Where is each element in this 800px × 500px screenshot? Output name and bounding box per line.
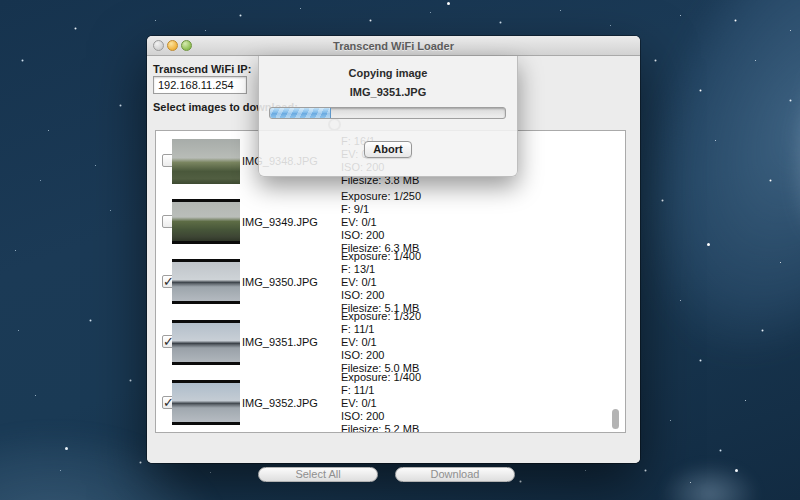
photo-thumbnail (172, 139, 240, 184)
photo-thumbnail (172, 380, 240, 425)
exif-line: Exposure: 1/400 (341, 249, 421, 262)
window-content: Transcend WiFi IP: Select images to down… (147, 56, 640, 463)
exif-line: Exposure: 1/320 (341, 310, 421, 323)
photo-thumbnail (172, 320, 240, 365)
minimize-icon[interactable] (167, 40, 178, 51)
exif-line: ISO: 200 (341, 349, 421, 362)
progress-bar (269, 107, 506, 119)
abort-button[interactable]: Abort (364, 141, 412, 158)
select-all-button[interactable]: Select All (258, 467, 378, 482)
exif-line: F: 11/1 (341, 383, 421, 396)
dialog-filename: IMG_9351.JPG (259, 86, 517, 98)
ip-label: Transcend WiFi IP: (153, 63, 251, 75)
photo-thumbnail (172, 199, 240, 244)
exif-line: EV: 0/1 (341, 396, 421, 409)
exif-line: F: 13/1 (341, 262, 421, 275)
list-item: ✓IMG_9350.JPGExposure: 1/400F: 13/1EV: 0… (156, 252, 625, 312)
filename-label: IMG_9351.JPG (242, 336, 318, 348)
exif-line: EV: 0/1 (341, 215, 421, 228)
exif-line: Exposure: 1/400 (341, 370, 421, 383)
progress-fill (270, 108, 331, 118)
list-item: ✓IMG_9351.JPGExposure: 1/320F: 11/1EV: 0… (156, 312, 625, 372)
exif-info: Exposure: 1/400F: 11/1EV: 0/1ISO: 200Fil… (341, 370, 421, 433)
exif-line: Exposure: 1/250 (341, 189, 421, 202)
title-bar[interactable]: Transcend WiFi Loader (147, 36, 640, 56)
exif-line: ISO: 200 (341, 288, 421, 301)
exif-info: Exposure: 1/250F: 9/1EV: 0/1ISO: 200File… (341, 189, 421, 254)
dialog-title: Copying image (259, 67, 517, 79)
exif-line: ISO: 200 (341, 228, 421, 241)
exif-info: Exposure: 1/320F: 11/1EV: 0/1ISO: 200Fil… (341, 310, 421, 375)
filename-label: IMG_9349.JPG (242, 216, 318, 228)
zoom-icon[interactable] (181, 40, 192, 51)
exif-info: Exposure: 1/400F: 13/1EV: 0/1ISO: 200Fil… (341, 249, 421, 314)
exif-line: ISO: 200 (341, 409, 421, 422)
exif-line: F: 11/1 (341, 323, 421, 336)
download-button[interactable]: Download (395, 467, 515, 482)
bottom-glow (640, 440, 780, 500)
list-item: IMG_9349.JPGExposure: 1/250F: 9/1EV: 0/1… (156, 191, 625, 251)
photo-thumbnail (172, 259, 240, 304)
starfield (0, 0, 1, 1)
filename-label: IMG_9352.JPG (242, 397, 318, 409)
close-icon[interactable] (153, 40, 164, 51)
ip-input[interactable] (153, 76, 247, 94)
scrollbar-thumb[interactable] (612, 409, 619, 429)
exif-line: Filesize: 5.2 MB (341, 422, 421, 433)
filename-label: IMG_9350.JPG (242, 276, 318, 288)
exif-line: EV: 0/1 (341, 336, 421, 349)
window-title: Transcend WiFi Loader (333, 40, 454, 52)
exif-line: EV: 0/1 (341, 275, 421, 288)
app-window: Transcend WiFi Loader Transcend WiFi IP:… (147, 36, 640, 463)
list-item: ✓IMG_9352.JPGExposure: 1/400F: 11/1EV: 0… (156, 373, 625, 433)
exif-line: F: 9/1 (341, 202, 421, 215)
copy-progress-dialog: Copying image IMG_9351.JPG Abort (258, 56, 518, 177)
